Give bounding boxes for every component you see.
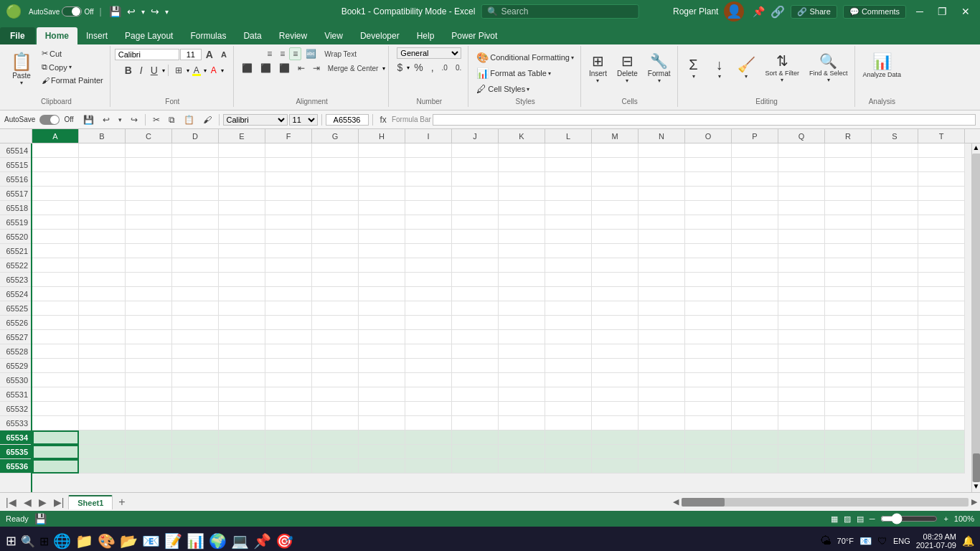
col-header-D[interactable]: D [172, 129, 219, 143]
cell-O65524[interactable] [685, 287, 732, 301]
minimize-btn[interactable]: ─ [912, 4, 928, 19]
cell-S65521[interactable] [872, 244, 918, 258]
increase-decimal-btn[interactable]: 0. [452, 62, 465, 73]
cell-F65528[interactable] [265, 344, 312, 359]
decrease-indent-btn[interactable]: ⇤ [294, 62, 308, 75]
cell-K65522[interactable] [499, 258, 545, 273]
cell-F65530[interactable] [265, 373, 312, 387]
cell-A65528[interactable] [32, 344, 79, 359]
quick-save-btn[interactable]: 💾 [108, 4, 123, 19]
cell-J65525[interactable] [452, 301, 499, 316]
cell-O65520[interactable] [685, 230, 732, 244]
cell-P65517[interactable] [732, 187, 778, 201]
cell-H65519[interactable] [359, 215, 405, 230]
cell-R65517[interactable] [825, 187, 872, 201]
cell-D65523[interactable] [172, 273, 219, 287]
cell-Q65530[interactable] [778, 373, 825, 387]
cell-L65536[interactable] [545, 459, 592, 474]
cell-O65532[interactable] [685, 402, 732, 416]
copy-toolbar-btn[interactable]: ⧉ [165, 113, 179, 126]
cell-E65533[interactable] [219, 416, 265, 430]
cell-B65532[interactable] [79, 402, 126, 416]
cell-D65524[interactable] [172, 287, 219, 301]
cell-L65522[interactable] [545, 258, 592, 273]
cell-R65514[interactable] [825, 143, 872, 158]
cell-F65533[interactable] [265, 416, 312, 430]
cell-K65515[interactable] [499, 158, 545, 172]
cell-R65527[interactable] [825, 330, 872, 344]
rownum-65520[interactable]: 65520 [0, 230, 31, 244]
notification-btn[interactable]: 🔔 [962, 535, 974, 547]
cell-M65520[interactable] [592, 230, 639, 244]
cell-O65534[interactable] [685, 430, 732, 445]
cell-styles-btn[interactable]: 🖊 Cell Styles ▾ [473, 82, 578, 96]
tab-insert[interactable]: Insert [77, 27, 116, 44]
cell-H65526[interactable] [359, 316, 405, 330]
font-color-arrow[interactable]: ▾ [221, 67, 224, 74]
col-header-I[interactable]: I [405, 129, 452, 143]
cell-O65515[interactable] [685, 158, 732, 172]
cell-T65534[interactable] [918, 430, 965, 445]
cell-A65531[interactable] [32, 387, 79, 402]
cell-E65531[interactable] [219, 387, 265, 402]
cell-J65532[interactable] [452, 402, 499, 416]
cell-R65522[interactable] [825, 258, 872, 273]
cell-M65514[interactable] [592, 143, 639, 158]
cell-N65514[interactable] [639, 143, 685, 158]
cell-A65526[interactable] [32, 316, 79, 330]
cell-Q65535[interactable] [778, 445, 825, 459]
cell-S65514[interactable] [872, 143, 918, 158]
rownum-65525[interactable]: 65525 [0, 301, 31, 316]
rownum-65532[interactable]: 65532 [0, 402, 31, 416]
cell-C65524[interactable] [126, 287, 172, 301]
cell-K65517[interactable] [499, 187, 545, 201]
cell-Q65525[interactable] [778, 301, 825, 316]
cell-H65516[interactable] [359, 172, 405, 187]
cell-L65534[interactable] [545, 430, 592, 445]
cell-F65525[interactable] [265, 301, 312, 316]
cell-H65535[interactable] [359, 445, 405, 459]
cell-M65526[interactable] [592, 316, 639, 330]
cell-O65528[interactable] [685, 344, 732, 359]
rownum-65514[interactable]: 65514 [0, 143, 31, 158]
autosave-switch[interactable] [62, 6, 82, 17]
cell-C65514[interactable] [126, 143, 172, 158]
cell-T65527[interactable] [918, 330, 965, 344]
cell-D65526[interactable] [172, 316, 219, 330]
cell-P65536[interactable] [732, 459, 778, 474]
rownum-65522[interactable]: 65522 [0, 258, 31, 273]
cell-G65530[interactable] [312, 373, 359, 387]
cell-B65528[interactable] [79, 344, 126, 359]
cell-T65529[interactable] [918, 359, 965, 373]
rownum-65526[interactable]: 65526 [0, 316, 31, 330]
rownum-65534[interactable]: 65534 [0, 430, 31, 445]
copy-btn[interactable]: ⧉ Copy ▾ [38, 61, 107, 73]
cell-M65529[interactable] [592, 359, 639, 373]
cell-P65528[interactable] [732, 344, 778, 359]
cell-D65536[interactable] [172, 459, 219, 474]
cell-E65524[interactable] [219, 287, 265, 301]
cell-O65522[interactable] [685, 258, 732, 273]
search-taskbar-btn[interactable]: 🔍 [21, 534, 35, 548]
rownum-65517[interactable]: 65517 [0, 187, 31, 201]
cell-J65516[interactable] [452, 172, 499, 187]
taskbar-weather[interactable]: 🌤 [820, 534, 831, 547]
cell-J65521[interactable] [452, 244, 499, 258]
cell-S65518[interactable] [872, 201, 918, 215]
scroll-down-btn[interactable]: ▼ [972, 482, 981, 492]
cell-K65516[interactable] [499, 172, 545, 187]
taskbar-chrome[interactable]: 🌍 [209, 532, 227, 550]
font-name-input[interactable] [115, 49, 179, 60]
cell-F65520[interactable] [265, 230, 312, 244]
cell-F65514[interactable] [265, 143, 312, 158]
cell-O65526[interactable] [685, 316, 732, 330]
cell-T65521[interactable] [918, 244, 965, 258]
cell-C65517[interactable] [126, 187, 172, 201]
paste-toolbar-btn[interactable]: 📋 [180, 113, 198, 126]
cell-L65529[interactable] [545, 359, 592, 373]
cell-R65524[interactable] [825, 287, 872, 301]
rownum-65524[interactable]: 65524 [0, 287, 31, 301]
cell-B65521[interactable] [79, 244, 126, 258]
cell-Q65523[interactable] [778, 273, 825, 287]
cell-D65517[interactable] [172, 187, 219, 201]
